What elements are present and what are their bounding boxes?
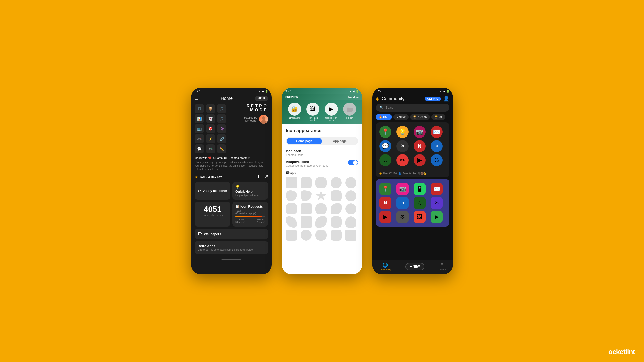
preview-bar: PREVIEW Random [282,94,362,100]
search-box[interactable]: 🔍 Search [376,104,449,112]
shape-wave1[interactable] [286,216,297,228]
icon-requests-card[interactable]: 📋 Icon Requests Total 60 installed app(s… [232,202,268,227]
cc2-maps: 📍 [379,183,391,195]
shape-diamond[interactable] [343,188,359,204]
pocketlint-text: ocketlint [608,348,635,356]
shape-sharp-sq[interactable] [301,216,312,228]
pixel-icon: 🎮 [206,144,215,153]
app-icon-iconpack[interactable]: 🖼 Icon PackStudio [306,103,319,122]
filter-7days[interactable]: 🏆 7 DAYS [410,114,430,120]
shape-star[interactable] [315,190,327,201]
app-icon-googleplay[interactable]: ▶ Google PlayStore [325,103,338,122]
new-label: NEW [413,265,420,268]
shape-rounded2[interactable] [331,216,342,228]
refresh-icon[interactable]: ↺ [264,174,268,180]
cc2-play: ▶ [431,211,443,223]
shape-blob[interactable] [301,190,312,201]
new-button[interactable]: + NEW [405,263,424,270]
hamburger-icon[interactable]: ☰ [195,96,199,101]
retro-apps-card[interactable]: Retro Apps Check out my other apps from … [195,241,268,254]
get-pro-button[interactable]: GET PRO [425,97,441,101]
icon-googleplay-label: Google PlayStore [325,117,337,122]
shape-b2[interactable] [301,230,312,241]
icon-pack-value: Themed Icons [286,153,358,156]
shapes-grid-2 [286,230,358,241]
shape-more-rounded[interactable] [315,177,327,188]
filter-new[interactable]: ● NEW [393,114,408,120]
status-time-right: 9:27 [376,89,381,93]
preview-label: PREVIEW [285,96,298,99]
filter-hot[interactable]: 🔥 HOT [376,114,392,120]
user-credit-1: ◈ User382170 👤 favorite black🖤🐻🐱 [376,170,449,177]
shape-circle2[interactable] [345,203,356,214]
shape-gear[interactable] [331,190,342,201]
comm-icon-scissors: ✂ [396,154,409,166]
shape-label: Shape [286,171,358,175]
tab-apppage[interactable]: App page [322,138,357,144]
shape-sq2[interactable] [301,203,312,214]
random-button[interactable]: Random [348,96,359,99]
profile-icon[interactable]: 👤 [443,96,449,102]
shape-b4[interactable] [331,230,342,241]
community-nav-label: Community [380,268,391,271]
cc2-insta: 📷 [396,183,409,195]
status-icons-right: ▲ ◀ 🔋 [440,90,449,93]
help-button[interactable]: HELP [255,96,268,101]
ir-icon: 📋 [235,205,239,208]
nav-library[interactable]: ⠿ Library [439,262,446,271]
retro-logo-section: RETRO MODE pixelled by @moertel [229,104,268,153]
pixel-icon: 🎮 [195,134,204,143]
status-bar-mid: 9:27 ▲ ◀ 🔋 [282,88,362,94]
pixel-icon: ⚡ [206,134,215,143]
shape-wave2[interactable] [315,216,327,228]
app-icon-folder[interactable]: Folder [343,103,356,122]
retro-logo-line2: MODE [247,108,268,112]
adaptive-icons-setting: Adaptive icons Customize the shape of yo… [286,160,358,167]
status-bar-left: 9:27 ▲ ◀ 🔋 [191,88,272,94]
apply-icons-card[interactable]: ↩ Apply all icons! [195,182,230,200]
icon-iconpack: 🖼 [306,103,319,116]
made-with-text: Made with ❤️ in Hamburg · updated monthl… [195,156,268,160]
community-nav-icon: 🌐 [382,262,388,268]
comm-icon-netflix: N [414,140,426,152]
rate-review-button[interactable]: RATE & REVIEW [200,175,222,178]
shape-squircle[interactable] [331,177,342,188]
cc2-photos: 🖼 [414,211,426,223]
community-icons-2: 📍 📷 📱 ✉️ N 31 ♫ ✂ ▶ ⚙ 🖼 ▶ [379,183,446,223]
shape-circle[interactable] [345,177,356,188]
quick-help-card[interactable]: 💡 Quick Help Helpful tips and tricks [232,182,268,200]
adaptive-toggle[interactable] [348,160,358,165]
icon-pack-label: Icon pack [286,149,358,153]
pixel-icon: 📦 [206,104,215,113]
heart-icon: ❤️ [208,156,212,159]
shape-rounded[interactable] [301,177,312,188]
app-icon-1password[interactable]: 🔐 1Password [288,103,301,122]
shape-drop[interactable] [345,216,356,228]
filter-30[interactable]: 🏆 30 [431,114,445,120]
cc2-yt: ▶ [379,211,391,223]
shape-b1[interactable] [286,230,297,241]
shape-b5[interactable] [345,230,356,241]
shape-petal1[interactable] [286,190,297,201]
pixel-icon: 👾 [217,124,226,133]
ir-stats: Themed 54 app(s) Missed 6 app(s) [235,218,265,223]
wallpapers-card[interactable]: 🖼 Wallpapers [195,229,268,239]
shape-b3[interactable] [315,230,327,241]
share-icon[interactable]: ⬆ [257,174,260,180]
shape-petal2[interactable] [331,203,342,214]
nav-community[interactable]: 🌐 Community [380,262,391,271]
filter-tabs: 🔥 HOT ● NEW 🏆 7 DAYS 🏆 30 [372,114,453,122]
wallpapers-icon: 🖼 [198,232,202,236]
pixel-icon: 🎵 [195,104,204,113]
shape-square[interactable] [286,177,297,188]
nav-indicator [221,259,242,260]
stat-number: 4051 [198,205,227,214]
shape-octagon[interactable] [286,203,297,214]
tab-homepage[interactable]: Home page [287,138,322,144]
shape-squircle2[interactable] [315,203,327,214]
retro-logo: RETRO MODE [247,104,268,112]
adaptive-icons-info: Adaptive icons Customize the shape of yo… [286,160,328,167]
comm-icon-maps: 📍 [379,126,391,138]
icon-1password: 🔐 [288,103,301,116]
comm-icon-cal: 31 [431,140,443,152]
